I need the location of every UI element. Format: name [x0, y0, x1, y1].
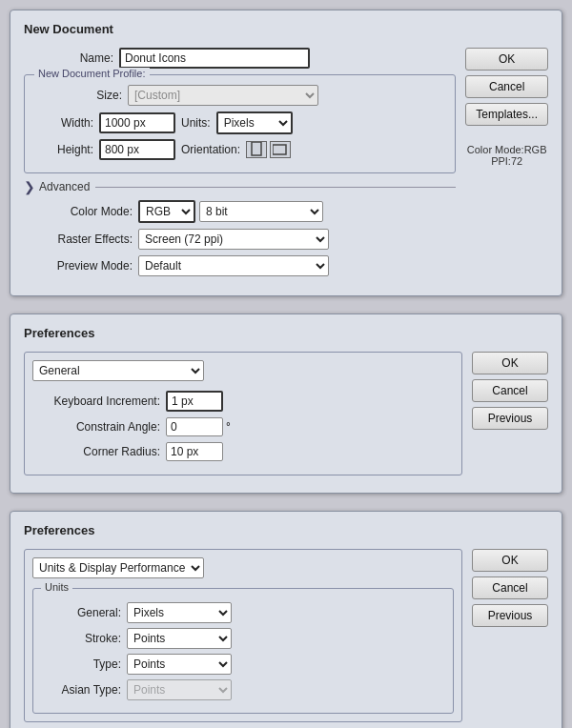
name-input[interactable] [119, 48, 310, 69]
name-row: Name: [24, 48, 456, 69]
pref1-ok-button[interactable]: OK [472, 352, 548, 374]
pref1-previous-button[interactable]: Previous [472, 407, 548, 430]
color-info: Color Mode:RGBPPI:72 [465, 136, 548, 167]
advanced-label: Advanced [39, 180, 90, 193]
preferences-units-dialog: Preferences General Selection & Anchor D… [10, 511, 562, 728]
keyboard-row: Keyboard Increment: [32, 391, 454, 412]
color-mode-label: Color Mode: [24, 205, 138, 218]
preferences-units-title: Preferences [24, 523, 548, 537]
asian-type-row: Asian Type: Points [41, 679, 445, 700]
size-row: Size: [Custom] [32, 85, 447, 106]
type-units-label: Type: [41, 657, 127, 671]
pref2-previous-button[interactable]: Previous [472, 604, 548, 627]
size-select[interactable]: [Custom] [128, 85, 318, 106]
pref2-ok-button[interactable]: OK [472, 549, 548, 572]
stroke-units-select[interactable]: Points Pixels Inches Centimeters Millime… [127, 628, 232, 649]
category-row: General Selection & Anchor Display Type … [32, 360, 454, 381]
constrain-row: Constrain Angle: ° [32, 417, 454, 436]
color-mode-row: Color Mode: RGB CMYK 8 bit 16 bit [24, 200, 456, 223]
width-row: Width: Units: Pixels Inches Centimeters … [32, 111, 447, 134]
keyboard-input[interactable] [166, 391, 223, 412]
new-document-dialog: New Document Name: New Document Profile:… [10, 10, 562, 296]
new-document-title: New Document [24, 22, 548, 36]
landscape-button[interactable] [270, 141, 291, 158]
color-mode-bits-select[interactable]: 8 bit 16 bit [199, 201, 323, 222]
constrain-input[interactable] [166, 417, 223, 436]
corner-input[interactable] [166, 442, 223, 461]
units-group: Units General: Pixels Inches Centimeters… [32, 588, 454, 714]
category-select[interactable]: General Selection & Anchor Display Type … [32, 360, 204, 381]
width-label: Width: [32, 116, 99, 130]
profile-group: New Document Profile: Size: [Custom] Wid… [24, 74, 456, 173]
raster-select[interactable]: Screen (72 ppi) Medium (150 ppi) High (3… [138, 229, 329, 250]
stroke-units-label: Stroke: [41, 632, 127, 645]
height-label: Height: [32, 143, 99, 156]
general-units-row: General: Pixels Inches Centimeters Milli… [41, 602, 445, 623]
asian-type-label: Asian Type: [41, 683, 127, 697]
profile-group-label: New Document Profile: [34, 68, 150, 79]
advanced-chevron-icon[interactable]: ❯ [24, 179, 35, 194]
keyboard-label: Keyboard Increment: [32, 394, 166, 408]
preferences-units-inner: General Selection & Anchor Display Type … [24, 549, 462, 722]
templates-button[interactable]: Templates... [465, 103, 548, 126]
corner-label: Corner Radius: [32, 445, 166, 458]
preview-label: Preview Mode: [24, 259, 138, 273]
preview-row: Preview Mode: Default Pixel Overprint [24, 255, 456, 276]
preview-select[interactable]: Default Pixel Overprint [138, 255, 329, 276]
height-input[interactable] [99, 139, 175, 160]
degree-symbol: ° [226, 420, 231, 434]
constrain-label: Constrain Angle: [32, 420, 166, 434]
size-label: Size: [32, 89, 128, 102]
type-units-row: Type: Points Pixels Inches Centimeters M… [41, 654, 445, 675]
general-units-label: General: [41, 606, 127, 619]
units-select[interactable]: Pixels Inches Centimeters Millimeters Po… [216, 111, 293, 134]
svg-rect-1 [273, 145, 286, 154]
stroke-units-row: Stroke: Points Pixels Inches Centimeters… [41, 628, 445, 649]
orientation-label: Orientation: [175, 143, 246, 156]
color-info-text: Color Mode:RGBPPI:72 [465, 144, 548, 167]
pref2-cancel-button[interactable]: Cancel [472, 576, 548, 599]
cancel-button[interactable]: Cancel [465, 75, 548, 98]
width-input[interactable] [99, 112, 175, 133]
ok-button[interactable]: OK [465, 48, 548, 71]
portrait-button[interactable] [246, 141, 267, 158]
advanced-divider [95, 187, 456, 188]
units-category-select[interactable]: General Selection & Anchor Display Type … [32, 557, 204, 578]
new-document-buttons: OK Cancel Templates... Color Mode:RGBPPI… [465, 48, 548, 282]
preferences-general-inner: General Selection & Anchor Display Type … [24, 352, 462, 475]
pref1-cancel-button[interactable]: Cancel [472, 379, 548, 402]
color-mode-select[interactable]: RGB CMYK [138, 200, 195, 223]
raster-label: Raster Effects: [24, 233, 138, 246]
height-row: Height: Orientation: [32, 139, 447, 160]
general-units-select[interactable]: Pixels Inches Centimeters Millimeters Po… [127, 602, 232, 623]
name-label: Name: [24, 51, 119, 65]
preferences-general-buttons: OK Cancel Previous [472, 352, 548, 479]
units-group-label: Units [41, 581, 72, 593]
type-units-select[interactable]: Points Pixels Inches Centimeters Millime… [127, 654, 232, 675]
preferences-general-dialog: Preferences General Selection & Anchor D… [10, 313, 562, 494]
preferences-units-buttons: OK Cancel Previous [472, 549, 548, 726]
asian-type-select: Points [127, 679, 232, 700]
units-category-row: General Selection & Anchor Display Type … [32, 557, 454, 578]
svg-rect-0 [252, 142, 261, 155]
corner-row: Corner Radius: [32, 442, 454, 461]
raster-row: Raster Effects: Screen (72 ppi) Medium (… [24, 229, 456, 250]
preferences-general-title: Preferences [24, 326, 548, 340]
units-label: Units: [175, 116, 216, 130]
advanced-row: ❯ Advanced [24, 179, 456, 194]
